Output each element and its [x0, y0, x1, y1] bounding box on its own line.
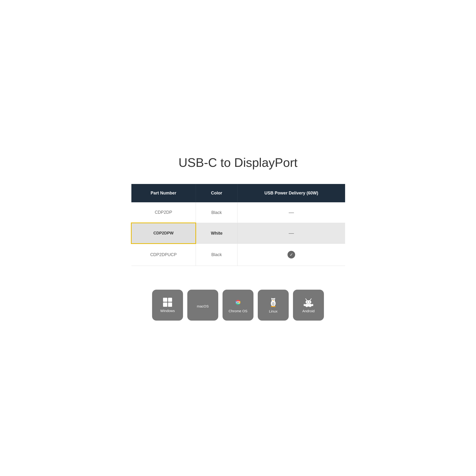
table-row-highlighted: CDP2DPW White —: [131, 223, 345, 244]
svg-point-7: [272, 299, 273, 300]
os-icon-windows[interactable]: Windows: [152, 290, 183, 321]
linux-icon: [269, 297, 278, 307]
android-icon: [304, 298, 313, 307]
cell-part-number-highlighted: CDP2DPW: [131, 223, 196, 244]
svg-rect-19: [305, 304, 312, 306]
os-icons-row: Windows macOS Chrome OS: [152, 290, 324, 321]
table-row: CDP2DPUCP Black ✓: [131, 244, 345, 266]
os-icon-linux[interactable]: Linux: [258, 290, 289, 321]
svg-point-3: [237, 302, 239, 303]
table-row: CDP2DP Black —: [131, 202, 345, 223]
os-label-linux: Linux: [269, 309, 277, 313]
cell-power-delivery: —: [238, 202, 345, 223]
svg-point-18: [309, 302, 310, 303]
cell-power-delivery-check: ✓: [238, 244, 345, 266]
cell-color-highlighted: White: [196, 223, 237, 244]
col-header-color: Color: [196, 184, 237, 202]
svg-rect-23: [309, 306, 311, 307]
dash-icon-2: —: [289, 230, 294, 236]
os-label-android: Android: [302, 309, 315, 313]
svg-rect-22: [306, 306, 307, 307]
comparison-table: Part Number Color USB Power Delivery (60…: [131, 184, 345, 266]
os-label-chromeos: Chrome OS: [228, 309, 247, 313]
os-label-macos: macOS: [197, 304, 209, 308]
col-header-power-delivery: USB Power Delivery (60W): [238, 184, 345, 202]
dash-icon: —: [289, 209, 294, 215]
page-container: USB-C to DisplayPort Part Number Color U…: [131, 136, 345, 340]
table-header-row: Part Number Color USB Power Delivery (60…: [131, 184, 345, 202]
svg-point-13: [273, 306, 276, 307]
svg-line-15: [310, 299, 311, 300]
cell-color: Black: [196, 202, 237, 223]
os-label-windows: Windows: [160, 309, 175, 313]
svg-point-8: [274, 299, 274, 300]
svg-point-9: [273, 300, 274, 301]
cell-power-delivery-highlighted: —: [238, 223, 345, 244]
cell-part-number-3: CDP2DPUCP: [131, 244, 196, 266]
os-icon-macos[interactable]: macOS: [187, 290, 218, 321]
os-icon-chromeos[interactable]: Chrome OS: [222, 290, 254, 321]
os-icon-android[interactable]: Android: [293, 290, 324, 321]
page-title: USB-C to DisplayPort: [178, 155, 298, 170]
svg-point-17: [307, 302, 308, 303]
svg-point-6: [272, 302, 275, 306]
windows-icon: [163, 298, 172, 307]
svg-point-12: [271, 306, 273, 307]
cell-color-3: Black: [196, 244, 237, 266]
svg-rect-16: [306, 300, 311, 304]
svg-line-14: [306, 299, 307, 300]
chromeos-icon: [233, 298, 243, 307]
col-header-part-number: Part Number: [131, 184, 196, 202]
cell-part-number: CDP2DP: [131, 202, 196, 223]
check-icon: ✓: [288, 251, 295, 258]
svg-rect-21: [312, 304, 313, 306]
svg-rect-20: [304, 304, 305, 306]
comparison-table-wrapper: Part Number Color USB Power Delivery (60…: [131, 184, 345, 266]
